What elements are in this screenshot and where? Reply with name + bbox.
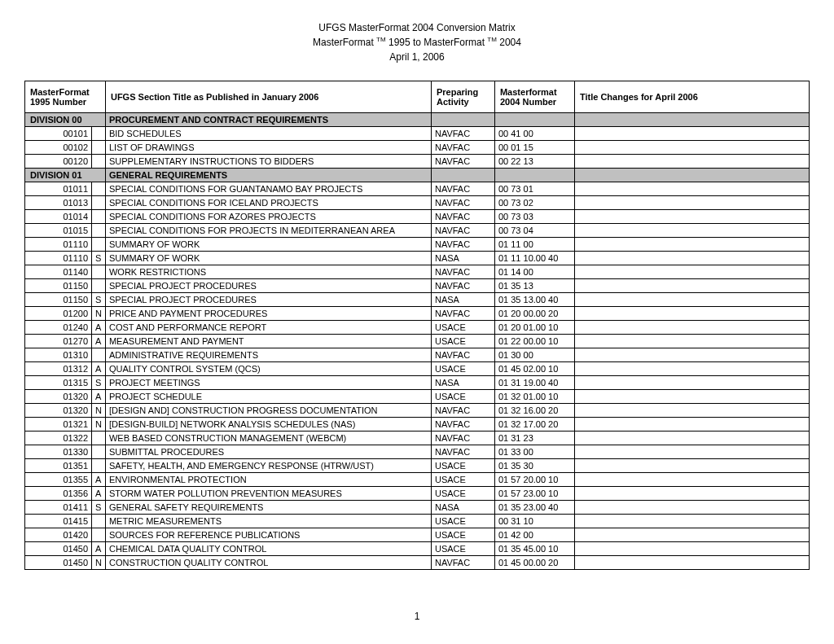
cell-title: COST AND PERFORMANCE REPORT <box>105 321 431 335</box>
cell-suffix <box>92 445 106 459</box>
cell-changes <box>574 459 809 473</box>
table-row: 01450ACHEMICAL DATA QUALITY CONTROLUSACE… <box>25 542 810 556</box>
cell-activity: USACE <box>431 459 494 473</box>
cell-title: SUPPLEMENTARY INSTRUCTIONS TO BIDDERS <box>105 155 431 169</box>
cell-number: 01200 <box>25 307 92 321</box>
cell-changes <box>574 418 809 432</box>
cell-2004: 01 32 01.00 10 <box>494 390 574 404</box>
cell-2004: 00 73 04 <box>494 224 574 238</box>
table-row: 01015SPECIAL CONDITIONS FOR PROJECTS IN … <box>25 224 810 238</box>
cell-title: GENERAL REQUIREMENTS <box>105 169 431 182</box>
cell-changes <box>574 307 809 321</box>
cell-suffix: N <box>92 307 106 321</box>
table-row: 01330SUBMITTAL PROCEDURESNAVFAC01 33 00 <box>25 445 810 459</box>
title-line-1: UFGS MasterFormat 2004 Conversion Matrix <box>24 20 810 35</box>
table-row: 00101BID SCHEDULESNAVFAC00 41 00 <box>25 127 810 141</box>
table-row: 01411SGENERAL SAFETY REQUIREMENTSNASA01 … <box>25 501 810 515</box>
cell-title: SAFETY, HEALTH, AND EMERGENCY RESPONSE (… <box>105 459 431 473</box>
cell-changes <box>574 348 809 362</box>
table-row: 01320N[DESIGN AND] CONSTRUCTION PROGRESS… <box>25 404 810 418</box>
cell-title: PROCUREMENT AND CONTRACT REQUIREMENTS <box>105 113 431 127</box>
cell-title: QUALITY CONTROL SYSTEM (QCS) <box>105 362 431 376</box>
cell-suffix <box>92 155 106 169</box>
table-row: 00120SUPPLEMENTARY INSTRUCTIONS TO BIDDE… <box>25 155 810 169</box>
cell-activity: NAVFAC <box>431 445 494 459</box>
cell-title: SPECIAL CONDITIONS FOR AZORES PROJECTS <box>105 210 431 224</box>
cell-number: 01320 <box>25 390 92 404</box>
cell-suffix <box>92 141 106 155</box>
cell-2004: 00 73 03 <box>494 210 574 224</box>
cell-title: PROJECT MEETINGS <box>105 376 431 390</box>
cell-title: [DESIGN-BUILD] NETWORK ANALYSIS SCHEDULE… <box>105 418 431 432</box>
cell-activity: NAVFAC <box>431 279 494 293</box>
cell-title: CONSTRUCTION QUALITY CONTROL <box>105 556 431 570</box>
cell-suffix: A <box>92 473 106 487</box>
cell-number: 01320 <box>25 404 92 418</box>
cell-activity: NAVFAC <box>431 265 494 279</box>
cell-changes <box>574 542 809 556</box>
cell-title: SPECIAL CONDITIONS FOR GUANTANAMO BAY PR… <box>105 182 431 196</box>
table-row: 01310ADMINISTRATIVE REQUIREMENTSNAVFAC01… <box>25 348 810 362</box>
cell-number: 01270 <box>25 335 92 348</box>
table-row: 01200NPRICE AND PAYMENT PROCEDURESNAVFAC… <box>25 307 810 321</box>
division-row: DIVISION 00PROCUREMENT AND CONTRACT REQU… <box>25 113 810 127</box>
cell-title: SPECIAL CONDITIONS FOR ICELAND PROJECTS <box>105 196 431 210</box>
cell-changes <box>574 432 809 445</box>
cell-number: 01240 <box>25 321 92 335</box>
conversion-table: MasterFormat 1995 Number UFGS Section Ti… <box>24 81 810 570</box>
cell-2004: 01 57 23.00 10 <box>494 487 574 501</box>
cell-2004: 01 33 00 <box>494 445 574 459</box>
cell-2004: 01 45 00.00 20 <box>494 556 574 570</box>
cell-changes <box>574 196 809 210</box>
cell-activity: USACE <box>431 473 494 487</box>
cell-number: 01310 <box>25 348 92 362</box>
cell-2004: 01 35 45.00 10 <box>494 542 574 556</box>
cell-changes <box>574 210 809 224</box>
cell-suffix <box>92 196 106 210</box>
cell-suffix <box>92 210 106 224</box>
header-title: UFGS Section Title as Published in Janua… <box>105 81 431 113</box>
cell-number: 00101 <box>25 127 92 141</box>
cell-activity: NAVFAC <box>431 238 494 252</box>
cell-2004: 01 11 10.00 40 <box>494 252 574 265</box>
cell-suffix <box>92 238 106 252</box>
cell-activity: NASA <box>431 293 494 307</box>
cell-suffix: A <box>92 321 106 335</box>
cell-suffix: A <box>92 335 106 348</box>
cell-2004: 01 20 01.00 10 <box>494 321 574 335</box>
cell-2004 <box>494 113 574 127</box>
cell-changes <box>574 515 809 528</box>
cell-2004: 01 31 19.00 40 <box>494 376 574 390</box>
cell-suffix: N <box>92 404 106 418</box>
table-row: 01351SAFETY, HEALTH, AND EMERGENCY RESPO… <box>25 459 810 473</box>
table-row: 01312AQUALITY CONTROL SYSTEM (QCS)USACE0… <box>25 362 810 376</box>
cell-suffix <box>92 182 106 196</box>
cell-changes <box>574 528 809 542</box>
cell-suffix: S <box>92 376 106 390</box>
cell-suffix: A <box>92 487 106 501</box>
cell-2004: 01 35 13.00 40 <box>494 293 574 307</box>
cell-number: 01011 <box>25 182 92 196</box>
cell-2004: 00 01 15 <box>494 141 574 155</box>
cell-activity: USACE <box>431 528 494 542</box>
cell-title: PROJECT SCHEDULE <box>105 390 431 404</box>
cell-2004: 01 57 20.00 10 <box>494 473 574 487</box>
cell-number: 01330 <box>25 445 92 459</box>
cell-suffix <box>92 528 106 542</box>
cell-activity: USACE <box>431 515 494 528</box>
cell-2004: 01 11 00 <box>494 238 574 252</box>
cell-title: MEASUREMENT AND PAYMENT <box>105 335 431 348</box>
cell-suffix <box>92 432 106 445</box>
cell-2004: 01 35 13 <box>494 279 574 293</box>
title-line-3: April 1, 2006 <box>24 50 810 64</box>
cell-title: CHEMICAL DATA QUALITY CONTROL <box>105 542 431 556</box>
cell-title: SUBMITTAL PROCEDURES <box>105 445 431 459</box>
table-row: 01320APROJECT SCHEDULEUSACE01 32 01.00 1… <box>25 390 810 404</box>
document-title: UFGS MasterFormat 2004 Conversion Matrix… <box>24 20 810 64</box>
cell-2004: 01 22 00.00 10 <box>494 335 574 348</box>
cell-number: 01415 <box>25 515 92 528</box>
cell-2004: 01 20 00.00 20 <box>494 307 574 321</box>
cell-changes <box>574 556 809 570</box>
cell-title: ENVIRONMENTAL PROTECTION <box>105 473 431 487</box>
cell-2004: 01 35 23.00 40 <box>494 501 574 515</box>
